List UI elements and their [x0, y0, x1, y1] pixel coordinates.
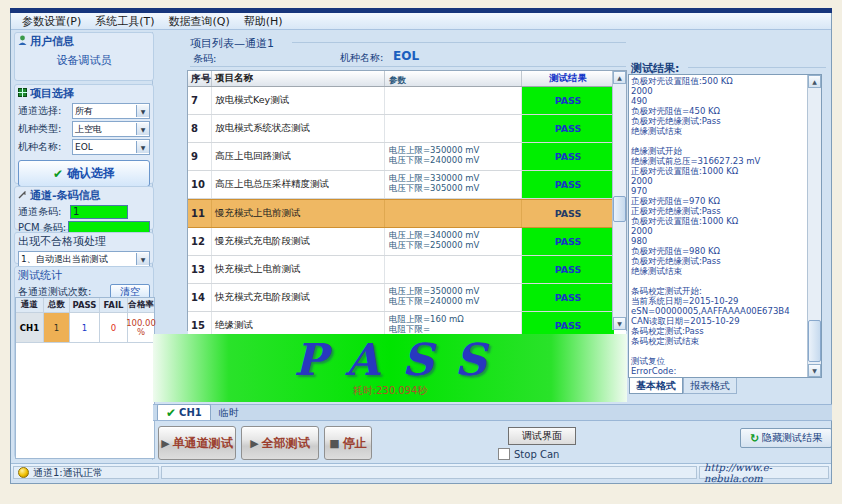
table-row[interactable]: 12慢充模式充电阶段测试电压上限=340000 mV电压下限=250000 mV…	[188, 228, 626, 256]
chevron-down-icon[interactable]: ▼	[136, 253, 149, 265]
log-line	[631, 276, 805, 286]
selector-dropdown[interactable]: 所有▼	[72, 103, 150, 119]
log-line: 负极对壳绝缘测试:Pass	[631, 256, 805, 266]
menu-bar: 参数设置(P)系统工具(T)数据查询(Q)帮助(H)	[11, 13, 831, 30]
action-button-row: ▶单通道测试▶全部测试■停止	[158, 426, 372, 460]
user-info-group: 用户信息 设备调试员	[14, 32, 154, 81]
wrench-icon	[18, 189, 27, 202]
table-row[interactable]: 13快充模式上电前测试PASS	[188, 256, 626, 284]
param-line: 电压下限=240000 mV	[389, 155, 521, 165]
item-params-cell	[385, 115, 522, 142]
row-number-cell: 7	[188, 87, 212, 114]
log-line: ErrorCode:	[631, 366, 805, 376]
stats-header-row: 通道总数PASSFAIL合格率	[16, 298, 154, 313]
selector-dropdown[interactable]: 上空电▼	[72, 121, 150, 137]
log-line: 正极对壳阻值=970 KΩ	[631, 196, 805, 206]
result-cell: PASS	[522, 87, 614, 114]
action-button[interactable]: ▶全部测试	[241, 426, 319, 460]
results-scroll-down-icon[interactable]: ▼	[808, 364, 821, 377]
results-tab[interactable]: 基本格式	[629, 378, 683, 394]
results-tab[interactable]: 报表格式	[683, 378, 737, 394]
user-icon	[18, 35, 27, 48]
item-params-cell: 电压上限=350000 mV电压下限=240000 mV	[385, 284, 522, 311]
selector-list: 通道选择:所有▼机种类型:上空电▼机种名称:EOL▼	[15, 102, 153, 156]
log-line: 条码校定测试结束	[631, 336, 805, 346]
results-scrollbar[interactable]: ▲ ▼	[807, 75, 821, 377]
barcode-group-title: 通道-条码信息	[30, 188, 101, 203]
confirm-select-button[interactable]: ✔ 确认选择	[18, 160, 150, 187]
table-header-cell[interactable]: 测试结果	[522, 71, 614, 86]
result-cell: PASS	[522, 143, 614, 170]
stats-header-cell: PASS	[70, 298, 100, 313]
confirm-select-label: 确认选择	[67, 165, 115, 182]
scrollbar-thumb[interactable]	[613, 196, 626, 222]
results-log-lines: 负极对壳设置阻值:500 KΩ2000490负极对壳阻值=450 KΩ负极对壳绝…	[629, 75, 807, 377]
row-number-cell: 14	[188, 284, 212, 311]
table-header-cell[interactable]: 项目名称	[212, 71, 385, 86]
result-cell: PASS	[522, 256, 614, 283]
param-line: 电压上限=350000 mV	[389, 286, 521, 296]
table-header-row: 序号项目名称参数测试结果	[188, 71, 626, 87]
log-line: 绝缘测试结束	[631, 126, 805, 136]
log-line: 490	[631, 96, 805, 106]
action-button[interactable]: ■停止	[324, 426, 372, 460]
log-line: 2000	[631, 226, 805, 236]
project-group-title: 项目选择	[30, 86, 74, 101]
stats-data-row[interactable]: CH1 1 1 0 100.00 %	[16, 313, 154, 343]
action-button[interactable]: ▶单通道测试	[158, 426, 236, 460]
results-scroll-up-icon[interactable]: ▲	[808, 75, 821, 88]
log-line: 2000	[631, 176, 805, 186]
table-header-cell[interactable]: 序号	[188, 71, 212, 86]
table-header-cell[interactable]: 参数	[385, 71, 522, 86]
chevron-down-icon[interactable]: ▼	[136, 105, 149, 117]
debug-ui-button[interactable]: 调试界面	[508, 427, 576, 445]
table-row[interactable]: 8放电模式系统状态测试PASS	[188, 115, 626, 143]
item-name-cell: 高压上电回路测试	[212, 143, 385, 170]
log-line: 绝缘测试结束	[631, 266, 805, 276]
results-log-box[interactable]: 负极对壳设置阻值:500 KΩ2000490负极对壳阻值=450 KΩ负极对壳绝…	[628, 74, 822, 378]
menu-item[interactable]: 参数设置(P)	[15, 13, 88, 30]
log-line: CAN读取日期=2015-10-29	[631, 316, 805, 326]
barcode-label: 条码:	[193, 52, 216, 66]
hide-results-label: 隐藏测试结果	[762, 431, 822, 445]
log-line: 2000	[631, 86, 805, 96]
selector-dropdown[interactable]: EOL▼	[72, 139, 150, 155]
param-line: 电压上限=350000 mV	[389, 145, 521, 155]
item-params-cell: 电压上限=340000 mV电压下限=250000 mV	[385, 228, 522, 255]
log-line: 负极对壳绝缘测试:Pass	[631, 116, 805, 126]
fail-handle-title: 出现不合格项处理	[18, 234, 106, 249]
play-icon: ▶	[250, 437, 258, 450]
barcode-input[interactable]: 1	[70, 205, 128, 219]
table-row[interactable]: 10高压上电总压采样精度测试电压上限=330000 mV电压下限=305000 …	[188, 171, 626, 199]
fail-handle-dropdown[interactable]: 1、自动退出当前测试 ▼	[18, 251, 150, 267]
table-row[interactable]: 14快充模式充电阶段测试电压上限=350000 mV电压下限=240000 mV…	[188, 284, 626, 312]
barcode-info-group: 通道-条码信息 通道条码:1PCM 条码:	[14, 186, 154, 230]
hide-results-button[interactable]: ↻ 隐藏测试结果	[740, 428, 832, 448]
table-row[interactable]: 7放电模式Key测试PASS	[188, 87, 626, 115]
chevron-down-icon[interactable]: ▼	[136, 141, 149, 153]
log-line: 测试复位	[631, 356, 805, 366]
results-scrollbar-thumb[interactable]	[808, 320, 821, 362]
table-row[interactable]: 11慢充模式上电前测试PASS	[188, 199, 626, 228]
table-row[interactable]: 9高压上电回路测试电压上限=350000 mV电压下限=240000 mVPAS…	[188, 143, 626, 171]
menu-item[interactable]: 帮助(H)	[237, 13, 290, 30]
stats-panel: 通道总数PASSFAIL合格率 CH1 1 1 0 100.00 %	[15, 297, 155, 459]
stop-can-checkbox[interactable]	[498, 448, 510, 460]
channel-tab-临时[interactable]: 临时	[211, 405, 247, 420]
item-name-cell: 放电模式Key测试	[212, 87, 385, 114]
scroll-down-icon[interactable]: ▼	[613, 317, 626, 330]
menu-item[interactable]: 系统工具(T)	[88, 13, 161, 30]
channel-tab-ch1[interactable]: ✔CH1	[157, 404, 211, 420]
log-line: 正极对壳绝缘测试:Pass	[631, 206, 805, 216]
action-button-label: 单通道测试	[173, 435, 233, 452]
results-title-line	[688, 67, 826, 68]
table-scrollbar[interactable]: ▲ ▼	[612, 71, 626, 330]
chevron-down-icon[interactable]: ▼	[136, 123, 149, 135]
scroll-up-icon[interactable]: ▲	[613, 71, 626, 84]
user-group-title: 用户信息	[30, 34, 74, 49]
log-line: 负极对壳设置阻值:500 KΩ	[631, 76, 805, 86]
log-line: 负极对壳阻值=980 KΩ	[631, 246, 805, 256]
row-number-cell: 13	[188, 256, 212, 283]
menu-item[interactable]: 数据查询(Q)	[162, 13, 237, 30]
log-line: 绝缘测试前总压=316627.23 mV	[631, 156, 805, 166]
